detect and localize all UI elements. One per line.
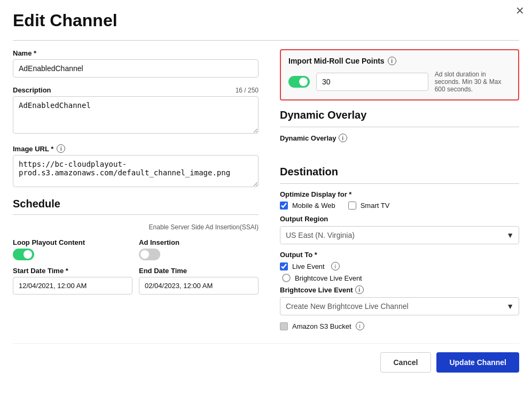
output-region-select[interactable]: US East (N. Virginia) bbox=[280, 226, 519, 244]
update-channel-button[interactable]: Update Channel bbox=[436, 352, 519, 373]
output-region-select-wrapper: US East (N. Virginia) ▼ bbox=[280, 226, 519, 244]
dynamic-overlay-row: Dynamic Overlay i bbox=[280, 134, 519, 145]
description-label: Description 16 / 250 bbox=[13, 86, 259, 94]
optimize-mobile-row: Mobile & Web Smart TV bbox=[280, 202, 519, 210]
brightcove-radio-label: Brightcove Live Event bbox=[295, 274, 362, 282]
amazon-s3-row: Amazon S3 Bucket i bbox=[280, 322, 519, 330]
empty-cell bbox=[13, 223, 132, 232]
ad-insertion-label: Ad Insertion bbox=[139, 238, 259, 246]
loop-playout-label: Loop Playout Content bbox=[13, 238, 132, 246]
optimize-smarttv-label: Smart TV bbox=[361, 202, 390, 210]
description-char-count: 16 / 250 bbox=[236, 87, 259, 94]
import-midroll-toggle[interactable] bbox=[288, 76, 310, 88]
live-event-label: Live Event bbox=[292, 262, 325, 270]
name-label: Name * bbox=[13, 49, 259, 57]
amazon-s3-label: Amazon S3 Bucket bbox=[292, 322, 351, 330]
import-midroll-help: Ad slot duration in seconds. Min 30 & Ma… bbox=[435, 71, 511, 93]
loop-playout-slider bbox=[13, 249, 34, 260]
page-title: Edit Channel bbox=[13, 11, 519, 30]
ad-insertion-toggle[interactable] bbox=[139, 249, 160, 260]
brightcove-live-label: Brightcove Live Event i bbox=[280, 285, 519, 294]
ad-insertion-cell: Ad Insertion bbox=[139, 238, 259, 260]
description-group: Description 16 / 250 AdEnabledChannel bbox=[13, 86, 259, 136]
optimize-label: Optimize Display for * bbox=[280, 190, 519, 198]
live-event-info-icon[interactable]: i bbox=[331, 262, 340, 270]
optimize-mobile-label: Mobile & Web bbox=[292, 202, 335, 210]
import-midroll-row: Ad slot duration in seconds. Min 30 & Ma… bbox=[288, 71, 511, 93]
loop-playout-toggle-row bbox=[13, 249, 132, 260]
close-button[interactable]: ✕ bbox=[515, 5, 525, 16]
optimize-smarttv-checkbox[interactable] bbox=[348, 202, 356, 210]
brightcove-live-info-icon[interactable]: i bbox=[355, 285, 364, 294]
schedule-divider bbox=[13, 214, 259, 215]
destination-section: Destination Optimize Display for * Mobil… bbox=[280, 166, 519, 330]
import-midroll-info-icon[interactable]: i bbox=[388, 57, 396, 65]
name-group: Name * bbox=[13, 49, 259, 78]
image-url-label: Image URL * i bbox=[13, 144, 259, 153]
brightcove-live-select-wrapper: Create New Brightcove Live Channel ▼ bbox=[280, 297, 519, 315]
image-url-input[interactable]: https://bc-cloudplayout-prod.s3.amazonaw… bbox=[13, 155, 259, 187]
left-column: Name * Description 16 / 250 AdEnabledCha… bbox=[13, 49, 259, 330]
amazon-s3-info-icon[interactable]: i bbox=[356, 322, 364, 330]
brightcove-radio-icon[interactable] bbox=[282, 274, 291, 282]
start-date-label: Start Date Time * bbox=[13, 267, 132, 275]
ad-insertion-toggle-row bbox=[139, 249, 259, 260]
dynamic-overlay-divider bbox=[280, 127, 519, 127]
image-url-info-icon[interactable]: i bbox=[57, 144, 65, 153]
live-event-checkbox[interactable] bbox=[280, 262, 288, 270]
loop-playout-toggle[interactable] bbox=[13, 249, 34, 260]
brightcove-radio-row: Brightcove Live Event bbox=[282, 274, 519, 282]
end-date-cell: End Date Time 02/04/2023, 12:00 AM bbox=[139, 267, 259, 295]
dynamic-overlay-info-icon[interactable]: i bbox=[339, 134, 347, 142]
brightcove-live-select[interactable]: Create New Brightcove Live Channel bbox=[280, 297, 519, 315]
destination-title: Destination bbox=[280, 166, 519, 178]
header-divider bbox=[13, 40, 519, 41]
output-to-label: Output To * bbox=[280, 251, 519, 259]
output-region-label: Output Region bbox=[280, 215, 519, 223]
footer-buttons: Cancel Update Channel bbox=[13, 343, 519, 373]
destination-divider bbox=[280, 183, 519, 184]
image-url-group: Image URL * i https://bc-cloudplayout-pr… bbox=[13, 144, 259, 189]
live-event-row: Live Event i bbox=[280, 262, 519, 270]
amazon-s3-checkbox[interactable] bbox=[280, 322, 288, 330]
dynamic-overlay-title: Dynamic Overlay bbox=[280, 109, 519, 121]
ad-insertion-slider bbox=[139, 249, 160, 260]
import-midroll-slider bbox=[288, 76, 310, 88]
dynamic-overlay-label: Dynamic Overlay i bbox=[280, 134, 347, 142]
right-column: Import Mid-Roll Cue Points i Ad slot dur… bbox=[280, 49, 519, 330]
schedule-title: Schedule bbox=[13, 198, 259, 210]
start-date-value: 12/04/2021, 12:00 AM bbox=[13, 277, 132, 295]
start-date-cell: Start Date Time * 12/04/2021, 12:00 AM bbox=[13, 267, 132, 295]
import-midroll-header: Import Mid-Roll Cue Points i bbox=[288, 57, 511, 65]
cancel-button[interactable]: Cancel bbox=[380, 352, 432, 373]
dynamic-overlay-toggle-container bbox=[280, 150, 519, 159]
import-midroll-seconds-input[interactable] bbox=[316, 73, 428, 91]
main-layout: Name * Description 16 / 250 AdEnabledCha… bbox=[13, 49, 519, 330]
ssai-label: Enable Server Side Ad Insertion(SSAI) bbox=[139, 223, 259, 231]
optimize-mobile-checkbox[interactable] bbox=[280, 202, 288, 210]
schedule-grid: Enable Server Side Ad Insertion(SSAI) Lo… bbox=[13, 223, 259, 295]
name-input[interactable] bbox=[13, 59, 259, 78]
loop-playout-cell: Loop Playout Content bbox=[13, 238, 132, 260]
description-input[interactable]: AdEnabledChannel bbox=[13, 96, 259, 134]
end-date-value: 02/04/2023, 12:00 AM bbox=[139, 277, 259, 295]
end-date-label: End Date Time bbox=[139, 267, 259, 275]
import-midroll-box: Import Mid-Roll Cue Points i Ad slot dur… bbox=[280, 49, 519, 100]
